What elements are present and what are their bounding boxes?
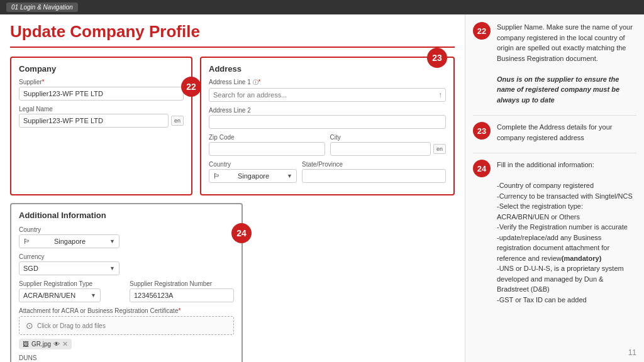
add-country-label: Country	[19, 226, 234, 233]
state-label: State/Province	[302, 161, 446, 168]
currency-label: Currency	[19, 253, 234, 260]
upload-text: Click or Drag to add files	[37, 322, 106, 329]
zip-city-row: Zip Code City en	[209, 134, 446, 161]
step-badge-22: 22	[181, 77, 201, 97]
mandatory-text: (mandatory)	[562, 255, 602, 262]
country-value: Singapore	[238, 172, 269, 180]
legal-name-label: Legal Name	[19, 106, 184, 112]
city-label: City	[330, 134, 447, 141]
attachment-label: Attachment for ACRA or Business Registra…	[19, 307, 234, 314]
left-panel: Update Company Profile Company Supplier*…	[0, 14, 465, 362]
step-text-24: Fill in the additional information: -Cou…	[497, 160, 636, 305]
state-field-group: State/Province	[302, 161, 446, 183]
file-eye-icon[interactable]: 👁	[53, 341, 60, 348]
divider-23-24	[473, 153, 636, 153]
step-info-22: 22 Supplier Name. Make sure the name of …	[473, 22, 636, 105]
zip-field-group: Zip Code	[209, 134, 325, 156]
reg-type-label: Supplier Registration Type	[19, 280, 123, 287]
file-chips-row: 🖼 GR.jpg 👁 ✕	[19, 337, 234, 349]
add-country-value: Singapore	[54, 238, 86, 245]
step-number-24: 24	[473, 160, 491, 177]
reg-type-arrow: ▼	[91, 292, 96, 299]
currency-arrow: ▼	[109, 265, 115, 272]
upload-icon: ⊙	[26, 321, 33, 331]
right-panel: 22 Supplier Name. Make sure the name of …	[465, 14, 644, 362]
lang-badge: en	[171, 116, 184, 126]
top-nav-bar: 01 Login & Navigation	[0, 0, 644, 14]
attachment-section: Attachment for ACRA or Business Registra…	[19, 307, 234, 349]
address-card: Address 23 Address Line 1 ⓘ* ↑ Address L…	[200, 57, 455, 195]
city-input[interactable]	[330, 142, 431, 156]
additional-card: Additional Information 24 Country 🏳 Sing…	[10, 203, 243, 362]
step-text-22: Supplier Name. Make sure the name of you…	[497, 22, 636, 105]
reg-number-field-group: Supplier Registration Number	[130, 280, 234, 302]
address1-field-group: Address Line 1 ⓘ* ↑	[209, 79, 446, 102]
step-number-23: 23	[473, 122, 491, 140]
step-text-23: Complete the Address details for your co…	[497, 122, 636, 143]
add-country-select[interactable]: 🏳 Singapore ▼	[19, 234, 119, 248]
supplier-field-group: Supplier*	[19, 79, 184, 101]
country-label: Country	[209, 161, 297, 168]
reg-type-field-group: Supplier Registration Type ACRA/BRN/UEN …	[19, 280, 123, 302]
country-state-row: Country 🏳 Singapore ▼ State/Province	[209, 161, 446, 188]
nav-label: 01 Login & Navigation	[6, 3, 78, 12]
company-heading: Company	[19, 64, 184, 74]
file-remove-btn[interactable]: ✕	[62, 340, 68, 348]
reg-type-select[interactable]: ACRA/BRN/UEN ▼	[19, 288, 101, 302]
address2-label: Address Line 2	[209, 107, 446, 114]
page-number: 11	[628, 348, 636, 357]
forms-row: Company Supplier* Legal Name en 22	[10, 57, 455, 195]
additional-heading: Additional Information	[19, 211, 234, 220]
reg-type-value: ACRA/BRN/UEN	[23, 292, 75, 299]
country-dropdown-arrow: ▼	[287, 173, 292, 179]
step-info-24: 24 Fill in the additional information: -…	[473, 160, 636, 305]
step-22-main-text: Supplier Name. Make sure the name of you…	[497, 23, 633, 62]
add-country-field-group: Country 🏳 Singapore ▼	[19, 226, 234, 248]
add-flag-icon: 🏳	[23, 238, 30, 245]
country-field-group: Country 🏳 Singapore ▼	[209, 161, 297, 183]
add-country-arrow: ▼	[109, 238, 115, 244]
address2-input[interactable]	[209, 115, 446, 129]
country-select[interactable]: 🏳 Singapore ▼	[209, 169, 297, 183]
step-number-22: 22	[473, 22, 491, 40]
address1-label: Address Line 1 ⓘ*	[209, 79, 446, 87]
reg-row: Supplier Registration Type ACRA/BRN/UEN …	[19, 280, 234, 307]
flag-icon: 🏳	[213, 172, 220, 180]
city-field-group: City en	[330, 134, 447, 156]
currency-field-group: Currency SGD ▼	[19, 253, 234, 275]
address2-field-group: Address Line 2	[209, 107, 446, 129]
zip-input[interactable]	[209, 142, 325, 156]
zip-label: Zip Code	[209, 134, 325, 141]
reg-number-input[interactable]	[130, 288, 234, 302]
step-22-onus-text: Onus is on the supplier to ensure the na…	[497, 75, 619, 104]
file-name: GR.jpg	[31, 341, 51, 348]
address1-input[interactable]	[209, 88, 446, 102]
step-badge-24: 24	[231, 223, 252, 243]
file-chip: 🖼 GR.jpg 👁 ✕	[19, 339, 72, 349]
currency-value: SGD	[23, 265, 38, 272]
upload-area[interactable]: ⊙ Click or Drag to add files	[19, 316, 234, 335]
duns-label: DUNS	[19, 354, 234, 361]
address-heading: Address	[209, 64, 446, 74]
divider-22-23	[473, 115, 636, 116]
city-lang-badge: en	[433, 144, 446, 154]
currency-select[interactable]: SGD ▼	[19, 261, 119, 275]
legal-name-field-group: Legal Name en	[19, 106, 184, 128]
file-icon: 🖼	[23, 341, 29, 348]
state-input[interactable]	[302, 169, 446, 183]
reg-number-label: Supplier Registration Number	[130, 280, 234, 287]
main-content: Update Company Profile Company Supplier*…	[0, 14, 644, 362]
company-card: Company Supplier* Legal Name en 22	[10, 57, 192, 195]
step-badge-23: 23	[427, 48, 447, 68]
supplier-input[interactable]	[19, 87, 184, 101]
page-title: Update Company Profile	[10, 22, 455, 48]
supplier-label: Supplier*	[19, 79, 184, 85]
duns-field-group: DUNS	[19, 354, 234, 362]
step-info-23: 23 Complete the Address details for your…	[473, 122, 636, 143]
legal-name-input[interactable]	[19, 114, 169, 128]
